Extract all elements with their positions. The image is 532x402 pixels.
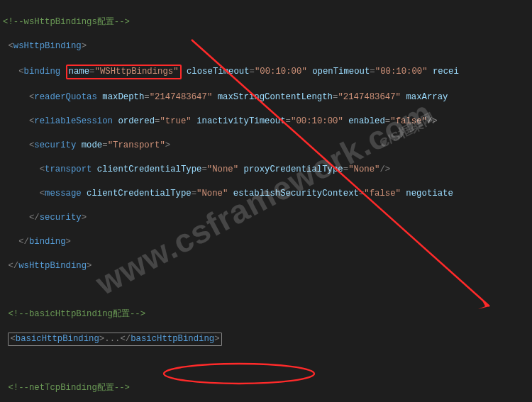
code-line: <security mode="Transport"> <box>3 140 532 152</box>
code-line: <message clientCredentialType="None" est… <box>3 188 532 200</box>
code-line: <readerQuotas maxDepth="2147483647" maxS… <box>3 91 532 104</box>
code-line: <!--netTcpBinding配置--> <box>3 382 532 394</box>
code-line: <reliableSession ordered="true" inactivi… <box>3 116 532 128</box>
code-line: <transport clientCredentialType="None" p… <box>3 164 532 176</box>
code-line <box>3 358 532 370</box>
comment-nettcp: <!--netTcpBinding配置--> <box>8 383 130 393</box>
highlight-name-wshttpbindings: name="WSHttpBindings" <box>66 65 182 79</box>
comment-basichttp: <!--basicHttpBinding配置--> <box>8 309 145 319</box>
comment-wshttp: <!--wsHttpBindings配置--> <box>3 17 130 27</box>
code-block: <!--wsHttpBindings配置--> <wsHttpBinding> … <box>0 0 532 402</box>
code-line: <basicHttpBinding>...</basicHttpBinding> <box>3 333 532 346</box>
code-line: <!--wsHttpBindings配置--> <box>3 16 532 28</box>
code-line <box>3 284 532 296</box>
code-line: </security> <box>3 212 532 224</box>
collapsed-basichttp: <basicHttpBinding>...</basicHttpBinding> <box>8 333 221 346</box>
code-line: </wsHttpBinding> <box>3 260 532 272</box>
code-line: <binding name="WSHttpBindings" closeTime… <box>3 65 532 79</box>
code-line: </binding> <box>3 236 532 248</box>
code-line: <!--basicHttpBinding配置--> <box>3 308 532 320</box>
code-line: <wsHttpBinding> <box>3 40 532 52</box>
